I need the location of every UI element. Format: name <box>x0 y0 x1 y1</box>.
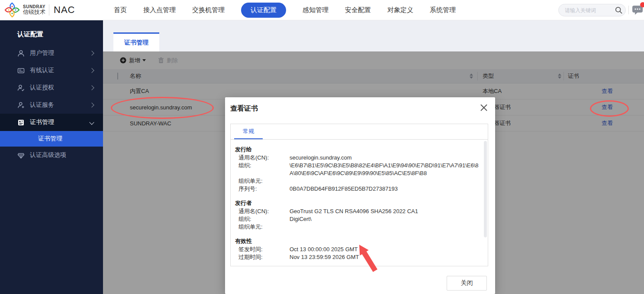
field-value-cn: securelogin.sundray.com <box>290 154 482 162</box>
sidebar-subitem-label: 证书管理 <box>38 135 62 143</box>
sidebar-item-auth-authorization[interactable]: 认证授权 <box>0 79 103 96</box>
advanced-options-icon <box>17 152 25 159</box>
field-label-ou: 组织单元: <box>235 223 290 231</box>
sidebar: 认证配置 用户管理 有线认证 认证授权 认证服务 证书管理 证书管 <box>0 20 103 294</box>
field-label-ou: 组织单元: <box>235 177 290 185</box>
sidebar-subitem-certificate-management[interactable]: 证书管理 <box>0 131 103 147</box>
brand-name-cn: 信锐技术 <box>23 9 45 15</box>
view-certificate-dialog: 查看证书 常规 发行给 通用名(CN):securelogin.sundray.… <box>225 97 495 294</box>
header-divider <box>628 6 629 14</box>
tab-general[interactable]: 常规 <box>234 124 263 139</box>
nav-home[interactable]: 首页 <box>114 6 127 14</box>
field-value-ou <box>290 223 482 231</box>
sidebar-item-label: 认证服务 <box>30 101 54 109</box>
app-window: SUNDRAY 信锐技术 NAC 首页 接入点管理 交换机管理 认证配置 感知管… <box>0 0 644 294</box>
section-issued-to: 发行给 <box>235 146 484 153</box>
nav-auth-config[interactable]: 认证配置 <box>241 3 286 18</box>
close-icon[interactable] <box>480 103 488 112</box>
field-label-issued-time: 签发时间: <box>235 246 290 253</box>
global-search[interactable] <box>558 4 626 16</box>
chevron-right-icon <box>89 85 94 90</box>
sidebar-item-certificate-management[interactable]: 证书管理 <box>0 114 103 131</box>
brand-text: SUNDRAY 信锐技术 <box>23 5 45 15</box>
tab-certificate-management[interactable]: 证书管理 <box>113 32 159 51</box>
nav-switches[interactable]: 交换机管理 <box>192 6 225 14</box>
field-value-expire-time: Nov 13 23:59:59 2026 GMT <box>290 253 482 261</box>
section-issuer: 发行者 <box>235 199 484 207</box>
field-label-cn: 通用名(CN): <box>235 154 290 162</box>
search-input[interactable] <box>559 7 615 13</box>
nav-objects[interactable]: 对象定义 <box>387 6 413 14</box>
sidebar-item-label: 证书管理 <box>30 118 54 126</box>
dialog-tabs: 常规 <box>231 124 488 140</box>
field-label-serial: 序列号: <box>235 185 290 193</box>
close-button[interactable]: 关闭 <box>447 276 487 291</box>
main-nav: 首页 接入点管理 交换机管理 认证配置 感知管理 安全配置 对象定义 系统管理 <box>114 0 456 20</box>
scrollbar-thumb[interactable] <box>484 141 487 237</box>
sidebar-item-label: 认证授权 <box>30 84 54 92</box>
dialog-title: 查看证书 <box>230 104 258 113</box>
field-value-ou <box>290 177 482 185</box>
top-header: SUNDRAY 信锐技术 NAC 首页 接入点管理 交换机管理 认证配置 感知管… <box>0 0 644 20</box>
field-value-org: DigiCert\ <box>290 215 482 223</box>
search-icon[interactable] <box>615 6 622 14</box>
field-value-org: \E6\B7\B1\E5\9C\B3\E5\B8\82\E4\BF\A1\E9\… <box>290 162 482 177</box>
notification-badge <box>640 2 644 7</box>
nav-sensing[interactable]: 感知管理 <box>303 6 328 14</box>
sidebar-item-label: 有线认证 <box>30 67 54 74</box>
field-value-serial: 0B0A7DBD64FB912F85ED5B7D27387193 <box>290 185 482 193</box>
field-value-issued-time: Oct 13 00:00:00 2025 GMT <box>290 246 482 253</box>
certificate-detail-box: 常规 发行给 通用名(CN):securelogin.sundray.com 组… <box>230 124 488 266</box>
user-check-icon <box>17 84 25 92</box>
sidebar-item-auth-service[interactable]: 认证服务 <box>0 96 103 114</box>
product-name: NAC <box>54 4 75 16</box>
field-label-cn: 通用名(CN): <box>235 208 290 215</box>
nav-system[interactable]: 系统管理 <box>430 6 456 14</box>
chevron-right-icon <box>89 51 94 55</box>
user-service-icon <box>17 102 25 109</box>
sidebar-item-label: 用户管理 <box>30 49 54 57</box>
sidebar-item-user-management[interactable]: 用户管理 <box>0 45 103 62</box>
field-label-org: 组织: <box>235 162 290 177</box>
nav-access-points[interactable]: 接入点管理 <box>143 6 176 14</box>
user-icon <box>17 50 25 57</box>
sidebar-item-wired-auth[interactable]: 有线认证 <box>0 62 103 79</box>
brand-logo: SUNDRAY 信锐技术 NAC <box>4 2 75 18</box>
certificate-details: 发行给 通用名(CN):securelogin.sundray.com 组织:\… <box>231 140 488 261</box>
chevron-down-icon <box>89 120 94 125</box>
id-card-icon <box>17 67 25 74</box>
logo-divider <box>49 4 49 16</box>
sundray-pinwheel-icon <box>4 2 20 18</box>
sidebar-item-auth-advanced-options[interactable]: 认证高级选项 <box>0 147 103 164</box>
nav-security[interactable]: 安全配置 <box>345 6 371 14</box>
field-label-org: 组织: <box>235 215 290 223</box>
section-validity: 有效性 <box>235 237 484 245</box>
sidebar-title: 认证配置 <box>0 20 103 45</box>
chevron-right-icon <box>89 102 94 107</box>
certificate-icon <box>17 119 25 126</box>
chevron-right-icon <box>89 68 94 73</box>
sidebar-item-label: 认证高级选项 <box>30 151 66 159</box>
field-value-cn: GeoTrust G2 TLS CN RSA4096 SHA256 2022 C… <box>290 208 482 215</box>
field-label-expire-time: 过期时间: <box>235 253 290 261</box>
